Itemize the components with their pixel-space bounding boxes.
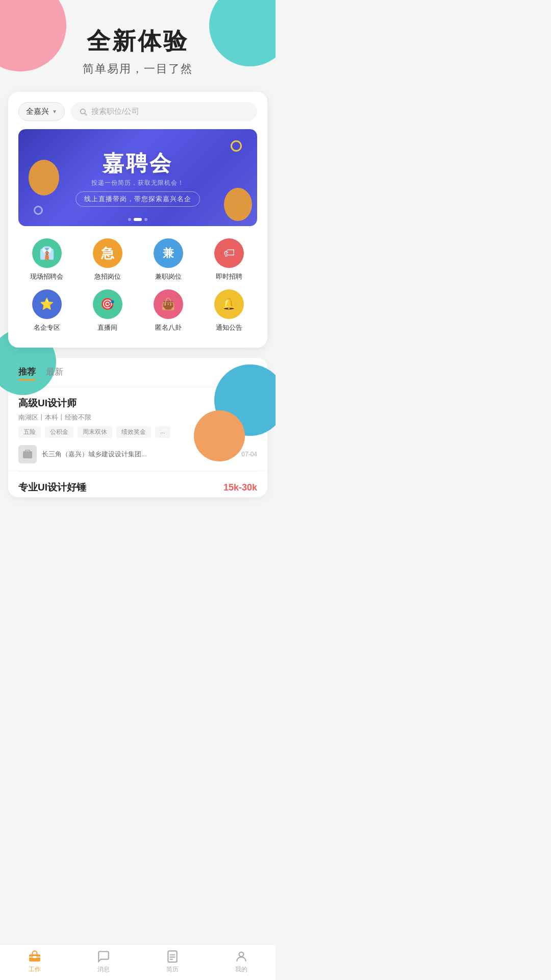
banner-ring-icon [231,140,242,152]
job-tag-1d: 绩效奖金 [116,426,151,438]
job-tag-1c: 周末双休 [78,426,112,438]
search-input-box[interactable]: 搜索职位/公司 [71,102,257,121]
search-icon [79,108,87,116]
svg-line-1 [85,113,87,115]
icon-item-gossip[interactable]: 👜 匿名八卦 [140,289,196,332]
icon-circle-onsite: 👔 [32,238,62,268]
company-logo-1 [18,445,37,463]
icon-label-elite: 名企专区 [34,323,60,332]
job-card-1[interactable]: 高级UI设计师 10k-15k 南湖区丨本科丨经验不限 五险 公积金 周末双休 … [8,387,267,471]
job-card-2[interactable]: 专业UI设计好锤 15k-30k [8,472,267,494]
company-info-1: 长三角（嘉兴）城乡建设设计集团... [18,445,241,463]
job-salary-1: 10k-15k [223,398,257,409]
header-subtitle: 简单易用，一目了然 [10,61,265,77]
banner-desc: 线上直播带岗，带您探索嘉兴名企 [76,191,200,207]
icon-item-parttime[interactable]: 兼 兼职岗位 [140,238,196,281]
job-meta-1: 南湖区丨本科丨经验不限 [18,413,257,422]
location-button[interactable]: 全嘉兴 ▼ [18,102,65,121]
search-placeholder-text: 搜索职位/公司 [91,107,139,116]
live-icon: 🎯 [101,298,114,311]
header-title: 全新体验 [10,26,265,57]
icon-circle-notice: 🔔 [214,289,244,319]
subscribe-button[interactable]: 订阅 [234,369,257,378]
location-arrow-icon: ▼ [52,109,57,114]
gossip-icon: 👜 [161,298,175,311]
icon-label-parttime: 兼职岗位 [155,272,182,281]
job-company-row-1: 长三角（嘉兴）城乡建设设计集团... 07-04 [18,445,257,463]
icon-grid: 👔 现场招聘会 急 急招岗位 兼 兼职岗位 🏷 即时招聘 ⭐ [18,238,257,332]
icon-circle-gossip: 👜 [154,289,183,319]
onsite-icon: 👔 [39,246,55,260]
icon-label-live: 直播间 [97,323,117,332]
svg-rect-2 [23,451,32,458]
banner-dots [128,218,147,221]
icon-label-urgent: 急招岗位 [94,272,121,281]
instant-icon: 🏷 [223,247,235,260]
search-row: 全嘉兴 ▼ 搜索职位/公司 [18,102,257,121]
banner-subtitle: 投递一份简历，获取无限机会！ [76,179,200,187]
job-tag-1e: ... [155,426,170,438]
job-date-1: 07-04 [241,451,257,458]
job-tags-1: 五险 公积金 周末双休 绩效奖金 ... [18,426,257,438]
urgent-icon: 急 [101,244,114,262]
job-tag-1b: 公积金 [45,426,73,438]
job-title-1: 高级UI设计师 [18,397,77,410]
banner-dot-2 [134,218,142,221]
icon-label-notice: 通知公告 [216,323,242,332]
banner[interactable]: ☁ 嘉聘会 投递一份简历，获取无限机会！ 线上直播带岗，带您探索嘉兴名企 [18,129,257,226]
icon-item-onsite[interactable]: 👔 现场招聘会 [18,238,75,281]
rec-tabs-bar: 推荐 最新 订阅 [8,358,267,387]
icon-circle-urgent: 急 [93,238,122,268]
banner-title: 嘉聘会 [76,149,200,178]
icon-item-notice[interactable]: 🔔 通知公告 [201,289,257,332]
job-tag-1a: 五险 [18,426,41,438]
elite-icon: ⭐ [40,298,54,311]
edit-icon [234,370,241,377]
main-card: 全嘉兴 ▼ 搜索职位/公司 ☁ 嘉聘会 投递一份简历，获取无限机会！ 线上直播带… [8,92,267,348]
icon-item-urgent[interactable]: 急 急招岗位 [79,238,136,281]
icon-circle-instant: 🏷 [214,238,244,268]
banner-cloud-icon: ☁ [107,163,118,177]
header-section: 全新体验 简单易用，一目了然 [0,0,276,92]
icon-circle-parttime: 兼 [154,238,183,268]
icon-label-instant: 即时招聘 [216,272,242,281]
tab-recommend[interactable]: 推荐 [18,366,36,381]
banner-deco-right [224,188,252,221]
banner-dot-3 [144,218,147,221]
notice-icon: 🔔 [222,298,236,311]
icon-label-gossip: 匿名八卦 [155,323,182,332]
location-text: 全嘉兴 [26,107,49,116]
icon-circle-elite: ⭐ [32,289,62,319]
banner-dot-1 [128,218,131,221]
banner-ring2-icon [34,206,43,215]
company-name-1: 长三角（嘉兴）城乡建设设计集团... [42,450,147,459]
icon-circle-live: 🎯 [93,289,122,319]
banner-content: ☁ 嘉聘会 投递一份简历，获取无限机会！ 线上直播带岗，带您探索嘉兴名企 [76,149,200,207]
subscribe-label: 订阅 [243,369,257,378]
icon-item-elite[interactable]: ⭐ 名企专区 [18,289,75,332]
job-top-row-1: 高级UI设计师 10k-15k [18,397,257,410]
icon-label-onsite: 现场招聘会 [30,272,63,281]
banner-deco-left [29,160,59,195]
job-title-2: 专业UI设计好锤 [18,481,86,494]
tab-latest[interactable]: 最新 [46,366,63,381]
job-salary-2: 15k-30k [223,482,257,493]
parttime-icon: 兼 [163,246,174,261]
job-top-row-2: 专业UI设计好锤 15k-30k [18,481,257,494]
bottom-card: 推荐 最新 订阅 高级UI设计师 10k-15k 南湖区丨本科丨经验不限 五险 … [8,358,267,497]
icon-item-live[interactable]: 🎯 直播间 [79,289,136,332]
company-logo-icon [21,448,34,460]
icon-item-instant[interactable]: 🏷 即时招聘 [201,238,257,281]
